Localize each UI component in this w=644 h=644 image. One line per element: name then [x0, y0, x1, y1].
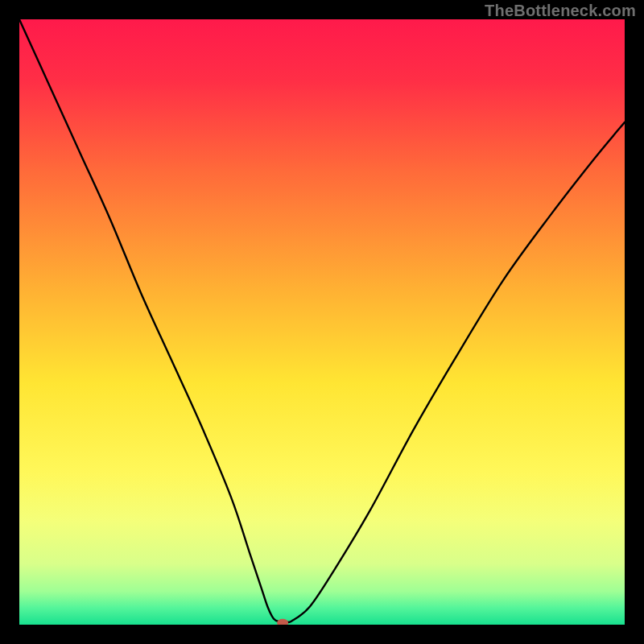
chart-frame: TheBottleneck.com — [0, 0, 644, 644]
chart-svg — [19, 19, 625, 625]
gradient-background — [19, 19, 625, 625]
watermark-text: TheBottleneck.com — [485, 2, 636, 20]
plot-area — [19, 19, 625, 625]
